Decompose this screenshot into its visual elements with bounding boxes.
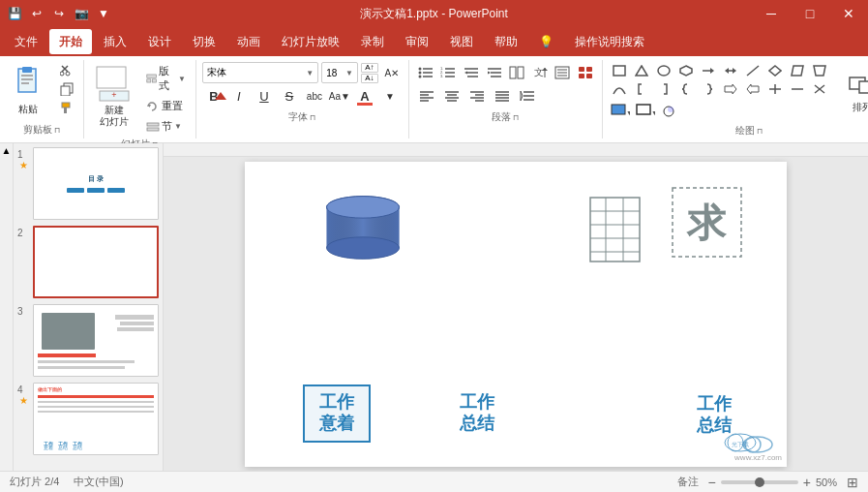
increase-font-btn[interactable]: A↑ bbox=[361, 63, 378, 73]
columns-btn[interactable] bbox=[506, 62, 527, 83]
maximize-button[interactable]: □ bbox=[791, 0, 829, 27]
slide-canvas[interactable]: 求 工作 意着 工作 总结 工作 总结 bbox=[245, 162, 787, 467]
menu-search[interactable]: 操作说明搜索 bbox=[565, 29, 654, 54]
screenshot-quick-btn[interactable]: 📷 bbox=[72, 4, 91, 23]
shape-line[interactable] bbox=[742, 62, 763, 79]
shape-hexagon[interactable] bbox=[675, 62, 697, 79]
shape-arc[interactable] bbox=[609, 80, 630, 98]
slide-thumb-2[interactable] bbox=[33, 226, 159, 298]
menu-lightbulb[interactable]: 💡 bbox=[529, 29, 563, 54]
fit-to-window-btn[interactable]: ⊞ bbox=[847, 475, 858, 490]
close-button[interactable]: ✕ bbox=[829, 0, 868, 27]
shape-circle[interactable] bbox=[653, 62, 674, 79]
clipboard-sub-buttons bbox=[54, 62, 79, 116]
cut-button[interactable] bbox=[54, 62, 79, 79]
menu-slideshow[interactable]: 幻灯片放映 bbox=[272, 29, 349, 54]
section-button[interactable]: 节 ▼ bbox=[142, 117, 190, 136]
font-highlight-btn[interactable]: ▼ bbox=[378, 85, 402, 107]
shape-triangle[interactable] bbox=[631, 62, 652, 79]
shape-outline-btn[interactable]: ▼ bbox=[634, 101, 657, 122]
menu-insert[interactable]: 插入 bbox=[94, 29, 136, 54]
copy-button[interactable] bbox=[54, 80, 79, 98]
minimize-button[interactable]: ─ bbox=[752, 0, 791, 27]
slide-item-4[interactable]: 4 ★ 做出下面的 工作工作工作 意着总结总结 bbox=[17, 383, 159, 455]
menu-home[interactable]: 开始 bbox=[49, 29, 92, 54]
svg-rect-102 bbox=[859, 81, 868, 93]
menu-view[interactable]: 视图 bbox=[440, 29, 483, 54]
shape-double-arrow[interactable] bbox=[720, 62, 741, 79]
shape-diamond[interactable] bbox=[764, 62, 786, 79]
menu-design[interactable]: 设计 bbox=[138, 29, 181, 54]
menu-file[interactable]: 文件 bbox=[5, 29, 47, 54]
zoom-in-btn[interactable]: + bbox=[803, 475, 811, 490]
increase-indent-btn[interactable] bbox=[484, 62, 505, 83]
zoom-out-btn[interactable]: − bbox=[708, 475, 716, 490]
shape-left-arrow-callout[interactable] bbox=[742, 80, 763, 98]
more-quick-btn[interactable]: ▼ bbox=[94, 4, 113, 23]
shape-brace-right[interactable] bbox=[698, 80, 719, 98]
slide-item-1[interactable]: 1 ★ 目 录 bbox=[17, 147, 159, 220]
shape-multiply[interactable] bbox=[809, 80, 830, 98]
shape-bracket-right[interactable] bbox=[653, 80, 674, 98]
watermark: www.xz7.com bbox=[734, 436, 782, 462]
shape-fill-btn[interactable]: ▼ bbox=[609, 101, 632, 122]
shape-rect[interactable] bbox=[609, 62, 630, 79]
slide-thumb-4[interactable]: 做出下面的 工作工作工作 意着总结总结 bbox=[33, 383, 159, 455]
numbered-list-btn[interactable]: 1. 2. 3. bbox=[438, 62, 460, 83]
menu-help[interactable]: 帮助 bbox=[485, 29, 527, 54]
text-direction-btn[interactable]: 文 bbox=[529, 62, 551, 83]
align-left-btn[interactable] bbox=[415, 85, 438, 107]
format-painter-button[interactable] bbox=[54, 99, 79, 116]
svg-rect-11 bbox=[62, 103, 70, 108]
align-center-btn[interactable] bbox=[440, 85, 464, 107]
zoom-slider[interactable] bbox=[721, 480, 798, 484]
strikethrough-button[interactable]: S bbox=[278, 85, 301, 107]
align-text-btn[interactable] bbox=[553, 62, 574, 83]
bullet-list-btn[interactable] bbox=[415, 62, 436, 83]
justify-btn[interactable] bbox=[491, 85, 514, 107]
grid-shape bbox=[588, 196, 642, 263]
shape-brace-left[interactable] bbox=[675, 80, 697, 98]
slide-item-3[interactable]: 3 ★ bbox=[17, 304, 159, 377]
arrange-button[interactable]: 排列 bbox=[840, 64, 868, 120]
decrease-indent-btn[interactable] bbox=[461, 62, 482, 83]
line-spacing-btn[interactable] bbox=[516, 85, 539, 107]
shape-right-arrow-callout[interactable] bbox=[720, 80, 741, 98]
menu-record[interactable]: 录制 bbox=[351, 29, 394, 54]
italic-button[interactable]: I bbox=[227, 85, 251, 107]
font-color-a-btn[interactable]: A bbox=[353, 85, 376, 107]
font-name-selector[interactable]: 宋体 ▼ bbox=[202, 62, 318, 83]
shape-add[interactable] bbox=[764, 80, 786, 98]
slide-item-2[interactable]: 2 ★ bbox=[17, 226, 159, 298]
scroll-up-btn[interactable]: ▲ bbox=[0, 143, 14, 157]
slide-panel: 1 ★ 目 录 2 ★ bbox=[14, 143, 164, 471]
char-spacing-button[interactable]: abc bbox=[303, 85, 326, 107]
notes-button[interactable]: 备注 bbox=[677, 475, 699, 489]
menu-animations[interactable]: 动画 bbox=[227, 29, 270, 54]
shape-effects-btn[interactable] bbox=[659, 101, 682, 122]
menu-review[interactable]: 审阅 bbox=[396, 29, 438, 54]
save-quick-btn[interactable]: 💾 bbox=[5, 4, 24, 23]
svg-rect-95 bbox=[612, 105, 625, 114]
convert-to-smartart-btn[interactable] bbox=[575, 62, 596, 83]
layout-button[interactable]: 版式 ▼ bbox=[142, 62, 190, 95]
undo-quick-btn[interactable]: ↩ bbox=[27, 4, 46, 23]
new-slide-button[interactable]: + 新建幻灯片 bbox=[90, 62, 138, 128]
align-right-btn[interactable] bbox=[465, 85, 489, 107]
menu-transitions[interactable]: 切换 bbox=[183, 29, 225, 54]
shape-trapezoid[interactable] bbox=[809, 62, 830, 79]
clear-format-btn[interactable]: A✕ bbox=[381, 62, 403, 83]
slide-thumb-1[interactable]: 目 录 bbox=[33, 147, 159, 220]
redo-quick-btn[interactable]: ↪ bbox=[49, 4, 69, 23]
underline-button[interactable]: U bbox=[253, 85, 276, 107]
font-size-selector[interactable]: 18 ▼ bbox=[321, 62, 358, 83]
shape-subtract[interactable] bbox=[787, 80, 808, 98]
decrease-font-btn[interactable]: A↓ bbox=[361, 74, 378, 83]
slide-thumb-3[interactable] bbox=[33, 304, 159, 377]
reset-button[interactable]: 重置 bbox=[142, 97, 190, 115]
shape-arrow-right[interactable] bbox=[698, 62, 719, 79]
paste-button[interactable]: 粘贴 bbox=[4, 62, 52, 118]
shape-parallelogram[interactable] bbox=[787, 62, 808, 79]
shape-bracket-left[interactable] bbox=[631, 80, 652, 98]
font-color-btn[interactable]: Aa▼ bbox=[328, 85, 351, 107]
